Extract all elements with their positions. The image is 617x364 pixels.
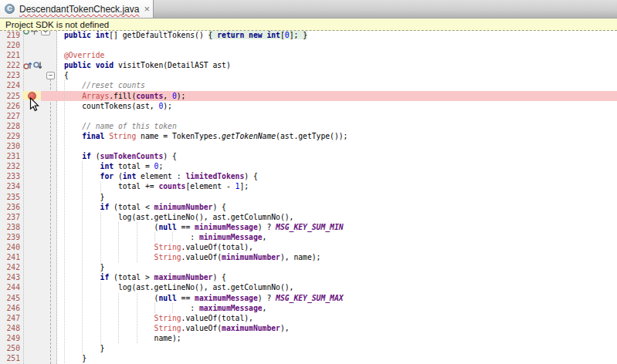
code-line[interactable]: public void visitToken(DetailAST ast) <box>46 60 231 70</box>
code-token: final <box>82 132 104 140</box>
code-line[interactable]: @Override <box>46 50 105 60</box>
code-token: .fill( <box>109 92 136 100</box>
code-line[interactable]: if (total < minimumNumber) { <box>46 202 226 212</box>
code-line[interactable]: (null == maximumMessage) ? MSG_KEY_SUM_M… <box>46 293 344 303</box>
code-line[interactable]: public int[] getDefaultTokens() { return… <box>46 31 307 40</box>
code-line[interactable]: // name of this token <box>46 121 177 131</box>
code-token: ( <box>114 172 123 180</box>
code-token: ) { <box>244 172 258 180</box>
close-icon[interactable]: × <box>144 4 150 14</box>
code-token: Arrays <box>82 92 109 100</box>
code-line[interactable]: log(ast.getLineNo(), ast.getColumnNo(), <box>46 212 294 222</box>
code-token: ; <box>158 162 163 170</box>
code-token: String <box>154 324 181 332</box>
code-token: .valueOf( <box>181 324 222 332</box>
code-token: ); <box>177 92 186 100</box>
sdk-warning-message: Project SDK is not defined <box>5 20 109 29</box>
code-token: return <box>217 31 244 39</box>
code-token: ) { <box>212 203 226 211</box>
code-line[interactable]: (null == minimumMessage) ? MSG_KEY_SUM_M… <box>46 222 344 232</box>
code-token <box>46 31 64 39</box>
code-token: countTokens(ast, <box>46 102 159 110</box>
code-token: ) ? <box>258 294 276 302</box>
code-token: MSG_KEY_SUM_MAX <box>276 294 344 302</box>
code-token: if <box>82 152 91 160</box>
code-editor[interactable]: 2192202212222232242252262272282292302312… <box>0 31 617 364</box>
code-token: null <box>158 223 176 231</box>
code-token: , <box>263 233 267 241</box>
code-token: int <box>123 172 137 180</box>
code-line[interactable]: int total = 0; <box>46 161 164 171</box>
code-line[interactable]: } <box>46 343 105 353</box>
code-token: log(ast.getLineNo(), ast.getColumnNo(), <box>46 283 294 292</box>
sdk-warning-banner: Project SDK is not defined <box>0 19 617 31</box>
code-line[interactable]: String.valueOf(minimumNumber), name); <box>46 252 321 262</box>
code-token: , <box>263 304 267 312</box>
code-line[interactable]: String.valueOf(maximumNumber), <box>46 323 290 333</box>
code-line[interactable]: } <box>46 353 87 363</box>
code-token: == <box>177 223 195 231</box>
code-token: @Override <box>64 51 105 59</box>
code-line[interactable]: Arrays.fill(counts, 0); <box>46 91 186 101</box>
code-line[interactable]: log(ast.getLineNo(), ast.getColumnNo(), <box>46 282 294 292</box>
tab-descendanttokencheck-java[interactable]: C DescendantTokenCheck.java × <box>0 0 154 18</box>
code-token: maximumNumber <box>154 273 213 281</box>
code-line[interactable]: : minimumMessage, <box>46 232 267 242</box>
code-token <box>46 324 154 332</box>
code-line[interactable]: for (int element : limitedTokens) { <box>46 171 258 181</box>
code-line[interactable]: countTokens(ast, 0); <box>46 101 172 111</box>
override-indicator-icon[interactable] <box>22 31 30 35</box>
code-token: //reset counts <box>82 81 145 89</box>
code-line[interactable]: : maximumMessage, <box>46 303 267 313</box>
code-line[interactable]: String.valueOf(total), <box>46 313 253 323</box>
code-token: limitedTokens <box>185 172 244 180</box>
code-token: ) { <box>212 273 226 281</box>
code-token: (total > <box>109 273 154 281</box>
code-token <box>46 51 64 59</box>
code-token: { <box>46 71 69 79</box>
code-line[interactable]: final String name = TokenTypes.getTokenN… <box>46 131 348 141</box>
code-token: int <box>100 162 114 170</box>
overriding-method-icon[interactable] <box>23 61 32 70</box>
code-line[interactable]: //reset counts <box>46 80 145 90</box>
code-token: counts <box>136 92 163 100</box>
code-line[interactable]: String.valueOf(total), <box>46 242 253 252</box>
code-line[interactable]: name); <box>46 333 181 343</box>
code-token: (ast.getType()); <box>276 132 347 140</box>
code-line[interactable]: { <box>46 70 69 80</box>
code-token: } <box>46 354 87 362</box>
overridden-method-icon[interactable] <box>33 61 42 70</box>
code-token <box>46 314 154 322</box>
code-token: .valueOf( <box>181 253 222 261</box>
code-token: ( <box>46 223 159 231</box>
code-line[interactable]: total += counts[element - 1]; <box>46 181 249 191</box>
mouse-cursor <box>29 97 39 112</box>
code-token: new <box>249 31 263 39</box>
code-token: ]; } <box>290 31 307 39</box>
code-line[interactable]: if (sumTokenCounts) { <box>46 151 177 161</box>
code-token: ), <box>280 324 290 332</box>
code-token: total = <box>114 162 154 170</box>
code-token: String <box>154 243 181 251</box>
code-token: // name of this token <box>82 122 176 130</box>
code-token <box>46 203 100 211</box>
code-token <box>46 92 83 100</box>
code-token: } <box>46 193 105 201</box>
code-token: if <box>100 203 110 211</box>
code-line[interactable]: } <box>46 262 105 272</box>
code-token: element : <box>136 172 185 180</box>
code-token <box>46 243 154 251</box>
code-token: ) ? <box>258 223 276 231</box>
code-token: minimumMessage <box>199 233 263 241</box>
code-line[interactable]: if (total > maximumNumber) { <box>46 272 226 282</box>
code-token: name); <box>46 334 181 342</box>
code-lines: public int[] getDefaultTokens() { return… <box>0 31 617 364</box>
fold-plus-icon[interactable] <box>31 31 38 35</box>
code-token: sumTokenCounts <box>100 152 164 160</box>
code-line[interactable]: } <box>46 192 105 202</box>
code-token: [] getDefaultTokens() <box>109 31 208 39</box>
code-token: : <box>46 304 199 312</box>
editor-tab-bar: C DescendantTokenCheck.java × <box>0 0 617 19</box>
code-token: ]; <box>239 182 249 190</box>
code-token <box>46 61 64 69</box>
